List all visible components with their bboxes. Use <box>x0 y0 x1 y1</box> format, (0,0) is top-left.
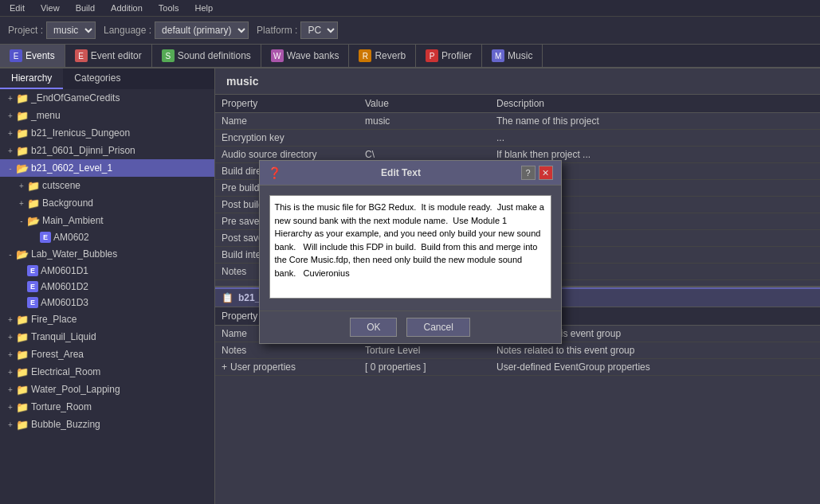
dialog-close-button[interactable]: ✕ <box>539 166 553 180</box>
dialog-help-button[interactable]: ? <box>521 166 536 180</box>
edit-text-dialog: ❓ Edit Text ? ✕ OK Cancel <box>259 160 562 344</box>
dialog-title-bar: ❓ Edit Text ? ✕ <box>260 161 561 186</box>
dialog-title: Edit Text <box>381 167 421 178</box>
dialog-ok-button[interactable]: OK <box>350 318 397 337</box>
dialog-body <box>260 186 561 311</box>
dialog-footer: OK Cancel <box>260 311 561 343</box>
dialog-icon: ❓ <box>268 166 281 179</box>
dialog-cancel-button[interactable]: Cancel <box>406 318 469 337</box>
dialog-textarea[interactable] <box>269 195 551 299</box>
dialog-title-buttons: ? ✕ <box>521 166 553 180</box>
dialog-overlay: ❓ Edit Text ? ✕ OK Cancel <box>0 0 820 504</box>
